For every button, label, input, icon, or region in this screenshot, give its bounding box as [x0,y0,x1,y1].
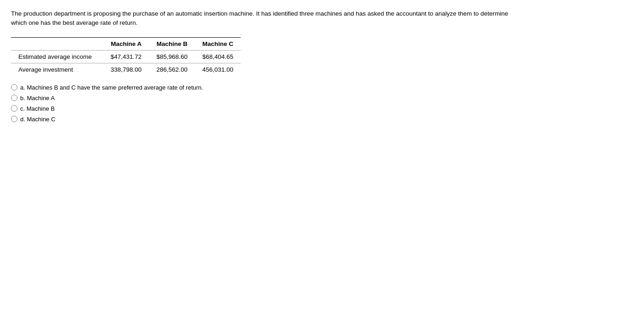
option-a-label[interactable]: a. Machines B and C have the same prefer… [20,84,203,91]
intro-paragraph: The production department is proposing t… [11,9,516,28]
col-header-machine-a: Machine A [103,37,149,50]
row-label-investment: Average investment [11,63,103,77]
option-d-item: d. Machine C [11,116,633,123]
col-header-machine-b: Machine B [149,37,195,50]
option-c-item: c. Machine B [11,105,633,112]
option-b-item: b. Machine A [11,95,633,102]
option-d-radio[interactable] [11,116,17,122]
option-a-item: a. Machines B and C have the same prefer… [11,84,633,91]
income-machine-a: $47,431.72 [103,50,149,63]
investment-machine-a: 338,798.00 [103,63,149,77]
table-row: Estimated average income $47,431.72 $85,… [11,50,241,63]
option-b-label[interactable]: b. Machine A [20,95,55,102]
income-machine-c: $68,404.65 [195,50,241,63]
options-section: a. Machines B and C have the same prefer… [11,84,633,123]
col-header-label [11,37,103,50]
option-d-label[interactable]: d. Machine C [20,116,56,123]
investment-machine-c: 456,031.00 [195,63,241,77]
col-header-machine-c: Machine C [195,37,241,50]
option-a-radio[interactable] [11,84,17,90]
row-label-income: Estimated average income [11,50,103,63]
table-row: Average investment 338,798.00 286,562.00… [11,63,241,77]
option-c-label[interactable]: c. Machine B [20,105,55,112]
income-machine-b: $85,968.60 [149,50,195,63]
option-b-radio[interactable] [11,95,17,101]
investment-machine-b: 286,562.00 [149,63,195,77]
data-table: Machine A Machine B Machine C Estimated … [11,37,241,77]
option-c-radio[interactable] [11,105,17,112]
